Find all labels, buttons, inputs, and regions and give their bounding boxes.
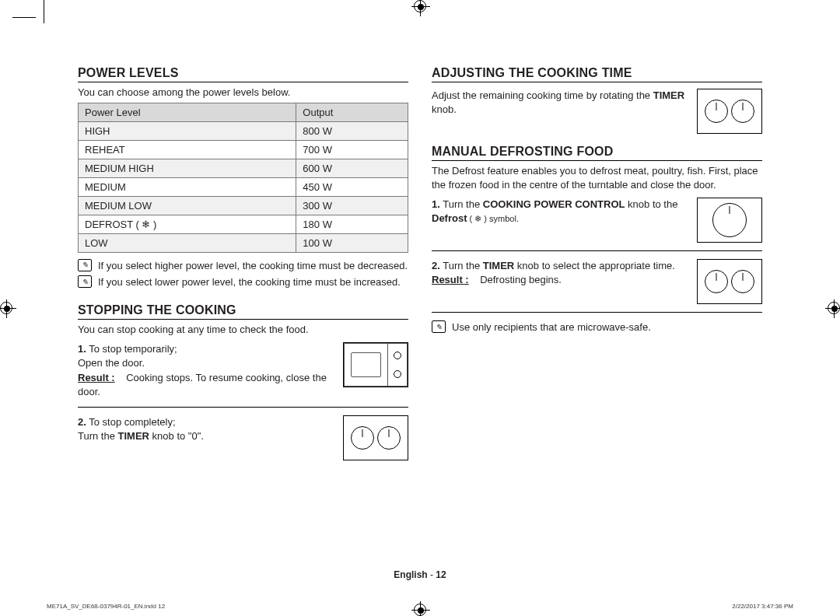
step-1: 1. To stop temporarily; Open the door. R… xyxy=(78,342,408,399)
page-footer: English - 12 xyxy=(0,569,840,580)
note: ✎ If you select lower power level, the c… xyxy=(78,275,408,289)
left-column: POWER LEVELS You can choose among the po… xyxy=(78,66,408,460)
th-level: Power Level xyxy=(79,103,296,121)
right-column: ADJUSTING THE COOKING TIME Adjust the re… xyxy=(432,66,762,460)
table-row: DEFROST ( ❄ )180 W xyxy=(79,215,408,233)
power-level-table: Power Level Output HIGH800 W REHEAT700 W… xyxy=(78,103,408,253)
heading-power-levels: POWER LEVELS xyxy=(78,66,408,82)
table-row: MEDIUM LOW300 W xyxy=(79,196,408,215)
defrost-step-2: 2. Turn the TIMER knob to select the app… xyxy=(432,259,762,304)
table-row: REHEAT700 W xyxy=(79,140,408,159)
th-output: Output xyxy=(296,103,408,121)
microwave-illustration xyxy=(343,342,408,387)
timer-panel-illustration xyxy=(697,89,762,134)
table-row: LOW100 W xyxy=(79,233,408,252)
table-row: HIGH800 W xyxy=(79,121,408,140)
note: ✎ Use only recipients that are microwave… xyxy=(432,320,762,334)
adjust-step: Adjust the remaining cooking time by rot… xyxy=(432,89,762,134)
table-row: MEDIUM450 W xyxy=(79,177,408,196)
table-row: MEDIUM HIGH600 W xyxy=(79,159,408,177)
page-content: POWER LEVELS You can choose among the po… xyxy=(78,66,762,460)
note-icon: ✎ xyxy=(78,275,92,288)
doc-id: ME71A_SV_DE68-03794R-01_EN.indd 12 xyxy=(47,603,165,610)
note-icon: ✎ xyxy=(78,259,92,271)
defrost-step-1: 1. Turn the COOKING POWER CONTROL knob t… xyxy=(432,198,762,243)
timer-panel-illustration xyxy=(343,415,408,460)
heading-defrost: MANUAL DEFROSTING FOOD xyxy=(432,145,762,161)
step-2: 2. To stop completely; Turn the TIMER kn… xyxy=(78,415,408,460)
heading-adjusting: ADJUSTING THE COOKING TIME xyxy=(432,66,762,82)
defrost-intro: The Defrost feature enables you to defro… xyxy=(432,164,762,191)
note: ✎ If you select higher power level, the … xyxy=(78,259,408,273)
power-knob-illustration xyxy=(697,198,762,243)
heading-stopping: STOPPING THE COOKING xyxy=(78,303,408,320)
timer-panel-illustration xyxy=(697,259,762,304)
power-intro: You can choose among the power levels be… xyxy=(78,86,408,100)
stop-intro: You can stop cooking at any time to chec… xyxy=(78,323,408,337)
note-icon: ✎ xyxy=(432,320,446,333)
doc-timestamp: 2/22/2017 3:47:36 PM xyxy=(732,603,793,610)
